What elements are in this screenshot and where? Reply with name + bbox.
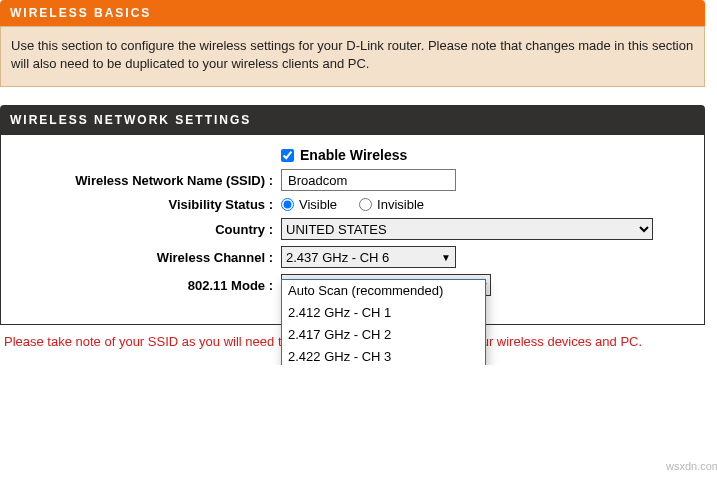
visibility-visible-radio[interactable]: [281, 198, 294, 211]
settings-panel: Enable Wireless Wireless Network Name (S…: [0, 135, 705, 325]
channel-label: Wireless Channel :: [11, 250, 281, 265]
ssid-input[interactable]: [281, 169, 456, 191]
enable-wireless-label: Enable Wireless: [300, 147, 407, 163]
channel-option[interactable]: 2.412 GHz - CH 1: [282, 302, 485, 324]
channel-option[interactable]: 2.417 GHz - CH 2: [282, 324, 485, 346]
country-label: Country :: [11, 222, 281, 237]
channel-option[interactable]: 2.422 GHz - CH 3: [282, 346, 485, 365]
channel-option[interactable]: Auto Scan (recommended): [282, 280, 485, 302]
country-select[interactable]: UNITED STATES: [281, 218, 653, 240]
channel-select-value: 2.437 GHz - CH 6: [286, 250, 389, 265]
visibility-invisible-option[interactable]: Invisible: [359, 197, 424, 212]
visibility-invisible-text: Invisible: [377, 197, 424, 212]
chevron-down-icon: ▼: [441, 252, 451, 263]
visibility-visible-option[interactable]: Visible: [281, 197, 337, 212]
visibility-visible-text: Visible: [299, 197, 337, 212]
visibility-label: Visibility Status :: [11, 197, 281, 212]
settings-header: WIRELESS NETWORK SETTINGS: [0, 105, 705, 135]
visibility-invisible-radio[interactable]: [359, 198, 372, 211]
ssid-label: Wireless Network Name (SSID) :: [11, 173, 281, 188]
basics-description: Use this section to configure the wirele…: [0, 26, 705, 87]
basics-header: WIRELESS BASICS: [0, 0, 705, 26]
enable-wireless-checkbox[interactable]: [281, 149, 294, 162]
channel-select[interactable]: 2.437 GHz - CH 6 ▼: [281, 246, 456, 268]
channel-dropdown[interactable]: Auto Scan (recommended)2.412 GHz - CH 12…: [281, 279, 486, 365]
mode-label: 802.11 Mode :: [11, 278, 281, 293]
